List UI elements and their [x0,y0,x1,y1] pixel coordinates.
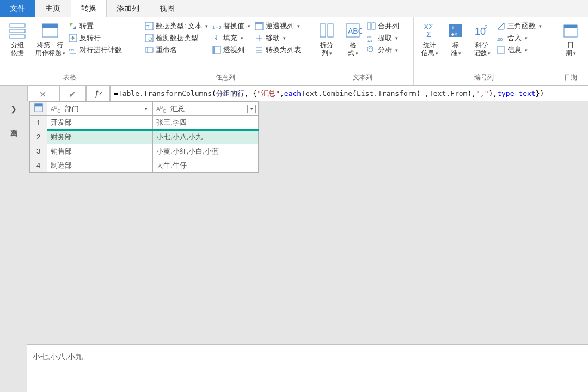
cell[interactable]: 小七,小八,小九 [153,130,259,144]
column-type-tag: ABC [156,106,166,112]
tab-home[interactable]: 主页 [35,0,71,17]
cell[interactable]: 销售部 [47,144,153,158]
svg-text:T: T [146,24,150,29]
replacevalues-icon: 1→2 [212,22,221,30]
tab-addcolumn[interactable]: 添加列 [107,0,150,17]
row-header[interactable]: 4 [30,158,47,173]
filter-icon[interactable]: ▾ [247,105,256,113]
confirm-icon[interactable]: ✔ [69,89,77,98]
standard-icon: +−÷× [447,22,464,39]
dropdown-icon: ▾ [539,22,542,30]
svg-text:.00: .00 [497,37,503,42]
column-header-summary[interactable]: ABC 汇总 ▾ [153,102,259,116]
dropdown-icon: ▾ [241,34,243,42]
groupby-icon [9,22,26,39]
tolist-icon [255,46,264,54]
cell[interactable]: 小黄,小红,小白,小蓝 [153,144,259,158]
dropdown-icon: ▾ [297,22,300,30]
svg-point-11 [149,38,152,41]
svg-rect-18 [255,22,263,24]
column-header-dept[interactable]: ABC 部门 ▾ [47,102,153,116]
group-table-label: 表格 [2,71,137,85]
splitcol-button[interactable]: 拆分 列▾ [314,19,340,57]
row-header[interactable]: 3 [30,144,47,158]
column-type-tag: ABC [51,106,60,112]
transpose-button[interactable]: 转置 [69,22,122,30]
svg-rect-41 [564,25,577,28]
usefirstrow-icon [41,22,59,39]
svg-text:+−: +− [451,25,458,31]
groupby-button[interactable]: 分组 依据 [2,19,33,57]
reverserows-button[interactable]: 反转行 [69,34,122,42]
extract-button[interactable]: ABC123提取▾ [367,34,399,42]
filter-icon[interactable]: ▾ [142,105,150,113]
row-header[interactable]: 1 [30,116,47,130]
date-button[interactable]: 日 期▾ [556,19,585,57]
reverserows-icon [69,34,77,42]
unpivot-button[interactable]: 逆透视列▾ [255,22,301,30]
mergecol-button[interactable]: 合并列 [367,22,399,30]
datatype-button[interactable]: T数据类型: 文本▾ [145,22,208,30]
replacevalues-button[interactable]: 1→2替换值▾ [212,22,250,30]
rename-button[interactable]: 重命名 [145,46,208,54]
svg-rect-22 [320,24,326,37]
dropdown-icon: ▾ [525,34,528,42]
dropdown-icon: ▾ [395,46,398,54]
tolist-button[interactable]: 转换为列表 [255,46,301,54]
fill-button[interactable]: 填充▾ [212,34,250,42]
cell[interactable]: 开发部 [47,116,153,130]
detecttype-button[interactable]: 检测数据类型 [145,34,208,42]
rounding-button[interactable]: .00舍入▾ [497,34,542,42]
tab-transform[interactable]: 转换 [71,0,107,17]
countrows-button[interactable]: 123对行进行计数 [69,46,122,54]
data-grid: ABC 部门 ▾ ABC 汇总 ▾ 1开发部张三,李四 2财务部小七,小八,小九… [29,101,259,173]
dropdown-icon: ▾ [525,46,528,54]
splitcol-icon [318,22,335,39]
svg-rect-43 [34,104,42,107]
usefirstrow-button[interactable]: 将第一行 用作标题▾ [33,19,68,57]
formula-bar: ✕ ✔ ƒx = Table.TransformColumns( 分组的行, {… [0,86,588,101]
tab-view[interactable]: 视图 [150,0,185,17]
svg-rect-26 [367,23,371,29]
cancel-icon[interactable]: ✕ [39,89,48,98]
dropdown-icon: ▾ [329,51,332,56]
svg-rect-2 [10,35,25,38]
move-button[interactable]: 移动▾ [255,34,301,42]
dropdown-icon: ▾ [248,22,250,30]
formula-input[interactable]: = Table.TransformColumns( 分组的行, { "汇总", … [110,86,588,101]
row-header[interactable]: 2 [30,130,47,144]
pivot-button[interactable]: 透视列 [212,46,250,54]
svg-rect-4 [42,24,58,28]
cell[interactable]: 财务部 [47,130,153,144]
trig-button[interactable]: 三角函数▾ [497,22,542,30]
scinot-button[interactable]: 102 科学 记数▾ [468,19,495,57]
svg-point-30 [367,46,373,52]
detecttype-icon [145,34,154,42]
extract-icon: ABC123 [367,34,376,42]
chevron-right-icon: ❯ [10,105,17,113]
svg-rect-27 [372,23,375,29]
standard-button[interactable]: +−÷× 标 准▾ [443,19,468,57]
svg-text:1→2: 1→2 [212,25,221,30]
dropdown-icon: ▾ [573,51,576,56]
date-icon [562,22,579,39]
stats-button[interactable]: XΣΣ 统计 信息▾ [416,19,443,57]
cell[interactable]: 张三,李四 [153,116,259,130]
svg-text:123: 123 [367,39,372,42]
info-button[interactable]: 信息▾ [497,46,542,54]
unpivot-icon [255,22,264,30]
svg-text:ABC: ABC [367,35,372,39]
format-button[interactable]: ABC 格 式▾ [340,19,366,57]
info-icon [497,46,505,54]
transpose-icon [69,22,77,30]
dropdown-icon: ▾ [205,22,208,30]
queries-panel-label: 查询 [9,123,19,125]
cell[interactable]: 制造部 [47,158,153,173]
trig-icon [497,22,505,30]
select-all-corner[interactable] [30,102,47,116]
analyze-button[interactable]: 分析▾ [367,46,399,54]
queries-panel-collapsed[interactable]: ❯ 查询 [0,101,27,392]
group-anycol-label: 任意列 [142,71,309,85]
cell[interactable]: 大牛,牛仔 [153,158,259,173]
tab-file[interactable]: 文件 [0,0,35,17]
